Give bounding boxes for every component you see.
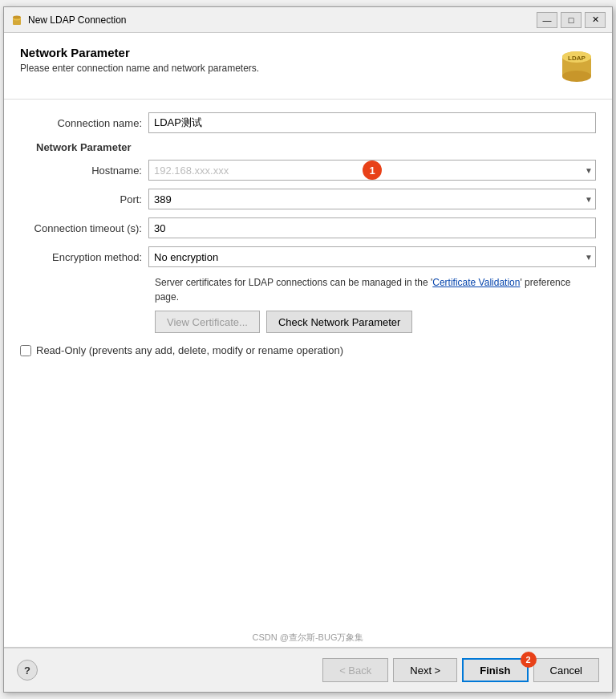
watermark: CSDN @查尔斯-BUG万象集 — [4, 630, 612, 647]
readonly-checkbox[interactable] — [20, 345, 31, 356]
readonly-label: Read-Only (prevents any add, delete, mod… — [36, 344, 343, 356]
header-text: Network Parameter Please enter connectio… — [20, 46, 259, 74]
view-certificate-button[interactable]: View Certificate... — [155, 311, 260, 333]
cancel-button[interactable]: Cancel — [533, 658, 599, 682]
check-network-button[interactable]: Check Network Parameter — [266, 311, 412, 333]
content-area: Connection name: Network Parameter Hostn… — [4, 100, 612, 630]
page-subtitle: Please enter connection name and network… — [20, 63, 259, 74]
network-parameter-label: Network Parameter — [36, 141, 132, 153]
hostname-row: Hostname: 1 ▼ — [20, 160, 596, 181]
hostname-wrapper: 1 ▼ — [148, 160, 596, 181]
help-button[interactable]: ? — [17, 660, 38, 681]
dialog-window: New LDAP Connection — □ ✕ Network Parame… — [3, 6, 613, 693]
timeout-input[interactable] — [148, 217, 596, 238]
certificate-info: Server certificates for LDAP connections… — [155, 275, 596, 304]
port-row: Port: ▼ — [20, 189, 596, 209]
footer-right: < Back Next > Finish 2 Cancel — [322, 658, 599, 682]
titlebar: New LDAP Connection — □ ✕ — [4, 7, 612, 33]
window-title: New LDAP Connection — [28, 14, 127, 26]
connection-name-input[interactable] — [148, 112, 596, 133]
titlebar-icon — [10, 14, 23, 26]
header-section: Network Parameter Please enter connectio… — [4, 33, 612, 100]
ldap-logo-icon: LDAP — [557, 46, 596, 87]
next-button[interactable]: Next > — [393, 658, 457, 682]
back-button[interactable]: < Back — [322, 658, 388, 682]
finish-wrapper: Finish 2 — [462, 658, 528, 682]
encryption-label: Encryption method: — [20, 251, 148, 263]
maximize-button[interactable]: □ — [561, 12, 582, 28]
close-button[interactable]: ✕ — [585, 12, 606, 28]
port-input[interactable] — [148, 189, 596, 209]
timeout-label: Connection timeout (s): — [20, 222, 148, 234]
encryption-row: Encryption method: No encryption SSL Sta… — [20, 246, 596, 267]
svg-point-2 — [13, 15, 21, 18]
cert-link[interactable]: Certificate Validation — [432, 277, 520, 288]
svg-text:LDAP: LDAP — [568, 55, 586, 62]
timeout-row: Connection timeout (s): — [20, 217, 596, 238]
encryption-select-wrapper: No encryption SSL StartTLS ▼ — [148, 246, 596, 267]
port-select-wrapper: ▼ — [148, 189, 596, 209]
connection-name-row: Connection name: — [20, 112, 596, 133]
hostname-label: Hostname: — [20, 165, 148, 177]
minimize-button[interactable]: — — [537, 12, 557, 28]
certificate-buttons: View Certificate... Check Network Parame… — [155, 311, 596, 333]
finish-button[interactable]: Finish — [462, 658, 528, 682]
readonly-row: Read-Only (prevents any add, delete, mod… — [20, 344, 596, 356]
port-label: Port: — [20, 193, 148, 205]
svg-point-5 — [562, 71, 591, 82]
titlebar-left: New LDAP Connection — [10, 14, 127, 26]
cert-info-text: Server certificates for LDAP connections… — [155, 277, 432, 288]
readonly-checkbox-wrapper: Read-Only (prevents any add, delete, mod… — [20, 344, 343, 356]
footer-left: ? — [17, 660, 38, 681]
page-title: Network Parameter — [20, 46, 259, 59]
titlebar-controls: — □ ✕ — [537, 12, 606, 28]
connection-name-label: Connection name: — [20, 117, 148, 129]
hostname-input[interactable] — [148, 160, 596, 181]
encryption-select[interactable]: No encryption SSL StartTLS — [148, 246, 596, 267]
network-parameter-section: Network Parameter — [36, 141, 596, 153]
footer: ? < Back Next > Finish 2 Cancel — [4, 647, 612, 692]
ldap-icon: LDAP — [557, 46, 596, 87]
